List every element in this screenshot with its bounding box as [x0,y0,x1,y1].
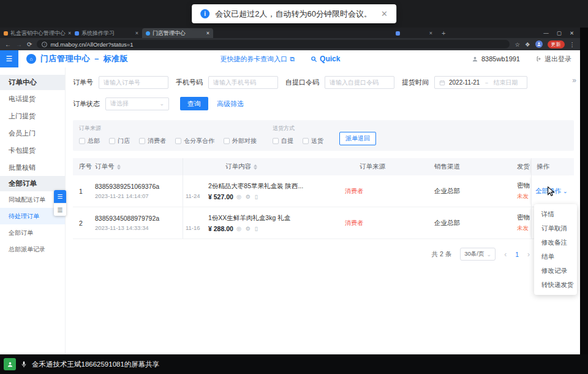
bookmark-star-icon[interactable]: ☆ [514,41,520,48]
checkbox-icon[interactable] [139,138,145,144]
hamburger-menu-button[interactable]: ☰ [0,50,18,67]
sidebar-item-all-orders[interactable]: 全部订单 [0,224,65,241]
coupon-query-link[interactable]: 更快捷的券卡查询入口 ⧉ [220,55,295,64]
sidebar-item-member-visit[interactable]: 会员上门 [0,124,65,142]
window-maximize-button[interactable]: ▢ [557,30,562,36]
extensions-icon[interactable]: ❖ [525,41,530,48]
checkbox-warehouse-share[interactable]: 仓分享合作 [175,137,214,145]
page-size-select[interactable]: 30条/页 ⌄ [460,248,496,261]
search-button[interactable]: 查询 [180,97,208,110]
menu-item-cancel-order[interactable]: 订单取消 [534,221,577,235]
next-page-button[interactable]: › [527,250,530,259]
reload-icon[interactable]: ⟳ [27,41,32,48]
browser-profile-avatar[interactable] [535,40,543,48]
chevron-down-icon: ⌄ [159,101,164,107]
quick-search-link[interactable]: Quick [311,55,340,63]
url-field[interactable]: i md.maboy.cn/AllOrder?status=1 [37,40,510,48]
filter-row-1: 订单号 手机号码 自提口令码 提货时间 2022-11-21 － 结束日期 [73,76,574,89]
logo-icon: ⌂ [30,56,33,62]
chrome-update-button[interactable]: 更新 [548,40,565,48]
checkbox-icon[interactable] [175,138,181,144]
date-range-picker[interactable]: 2022-11-21 － 结束日期 [434,76,527,89]
checkbox-consumer[interactable]: 消费者 [139,137,166,145]
browser-menu-icon[interactable]: ⋮ [570,41,576,48]
new-tab-button[interactable]: + [442,28,445,38]
cell-seq: 2 [73,207,92,239]
all-actions-dropdown[interactable]: 全部操作 ⌄ [535,187,574,196]
menu-item-settle[interactable]: 结单 [534,250,577,264]
sidebar-toggle-primary[interactable]: ☰ [54,190,66,203]
checkbox-store[interactable]: 门店 [109,137,130,145]
checkbox-icon[interactable] [273,138,279,144]
advanced-filter-link[interactable]: 高级筛选 [217,99,244,109]
dispatch-return-button[interactable]: 派单退回 [339,132,376,145]
menu-item-express-ship[interactable]: 转快递发货 [534,278,577,292]
coupon-query-link-label: 更快捷的券卡查询入口 [220,55,287,64]
menu-item-edit-note[interactable]: 修改备注 [534,235,577,250]
checkbox-icon[interactable] [109,138,115,144]
sort-icon[interactable] [117,164,121,170]
window-close-button[interactable]: ✕ [570,30,574,36]
app-header: ☰ ⌂ 门店管理中心 － 标准版 更快捷的券卡查询入口 ⧉ Quick 8385… [0,50,580,67]
screen: i 会议已超过2人，自动转为60分钟限时会议。 ✕ 礼盒营销中心管理中心 × 系… [0,0,588,374]
checkbox-hq[interactable]: 总部 [79,137,100,145]
menu-item-edit-history[interactable]: 修改记录 [534,264,577,278]
logout-icon [536,56,542,62]
cell-pickup-time: 11-16 [183,207,206,239]
checkbox-external[interactable]: 外部对接 [224,137,257,145]
channel-icon-2: ⚙ [246,226,252,232]
forward-icon[interactable]: → [16,41,22,48]
order-status-label: 订单状态 [73,99,100,109]
checkbox-label: 总部 [88,137,100,145]
info-icon: i [200,9,209,18]
cell-order-no: 83859345088979792a 2023-11-13 14:33:34 [92,207,183,239]
header-content[interactable]: 订单内容 [206,158,342,175]
phone-input[interactable] [208,76,278,89]
collapse-panel-icon[interactable]: » [572,76,575,85]
site-info-icon[interactable]: i [42,42,47,47]
logout-button[interactable]: 退出登录 [536,55,571,64]
sidebar-section-all-orders[interactable]: 全部订单 [0,176,65,191]
sort-icon[interactable] [254,164,257,170]
toast-close-icon[interactable]: ✕ [381,9,388,18]
sidebar-toggle-group: ☰ ☰ [54,190,66,216]
window-minimize-button[interactable]: — [543,30,549,36]
checkbox-self-pickup[interactable]: 自提 [273,137,293,145]
sidebar-item-card-pickup[interactable]: 卡包提货 [0,142,65,159]
sidebar-item-hq-dispatch-records[interactable]: 总部派单记录 [0,241,65,258]
sidebar-item-door-pickup[interactable]: 上门提货 [0,107,65,124]
tab-close-icon[interactable]: × [206,30,209,36]
date-separator: － [483,78,489,87]
checkbox-icon[interactable] [303,138,309,144]
current-page[interactable]: 1 [515,251,519,258]
cell-channel: 企业总部 [428,175,517,207]
channel-icon-2: ⚙ [246,194,252,200]
sidebar-section-order-center[interactable]: 订单中心 [0,75,65,90]
calendar-icon [439,80,445,86]
user-account[interactable]: 8385wb1991 [472,55,520,63]
sidebar-item-batch-verify[interactable]: 批量核销 [0,159,65,176]
url-text[interactable]: md.maboy.cn/AllOrder?status=1 [50,41,133,48]
prev-page-button[interactable]: ‹ [504,250,507,259]
checkbox-icon[interactable] [79,138,85,144]
ship-status-line1: 密物 [517,181,531,190]
checkbox-icon[interactable] [224,138,230,144]
browser-tab-4[interactable]: × [392,28,436,38]
browser-tab-1[interactable]: 礼盒营销中心管理中心 × [0,28,71,38]
checkbox-delivery[interactable]: 送货 [303,137,323,145]
date-start-value[interactable]: 2022-11-21 [449,79,480,86]
date-end-placeholder[interactable]: 结束日期 [493,78,518,87]
browser-tab-2[interactable]: 系统操作学习 × [71,28,142,38]
tab-close-icon[interactable]: × [135,30,138,36]
tab-close-icon[interactable]: × [429,30,432,36]
menu-item-detail[interactable]: 详情 [534,207,577,221]
sidebar-toggle-secondary[interactable]: ☰ [54,203,66,216]
cell-channel: 企业总部 [428,207,517,239]
sidebar-item-phone-pickup[interactable]: 电话提货 [0,90,65,107]
header-order-no[interactable]: 订单号 [92,158,183,175]
pickup-code-input[interactable] [325,76,394,89]
back-icon[interactable]: ← [5,41,11,48]
order-no-input[interactable] [99,76,168,89]
browser-tab-3-active[interactable]: 门店管理中心 × [142,28,213,38]
order-status-select[interactable]: 请选择 ⌄ [105,97,169,110]
